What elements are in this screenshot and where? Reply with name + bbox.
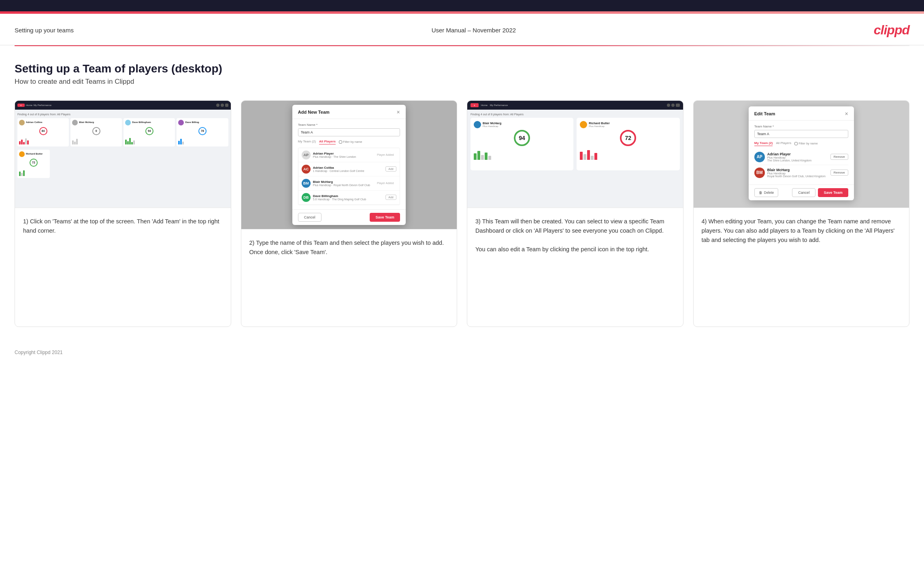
edit-field-label: Team Name * <box>754 125 848 128</box>
top-bar <box>0 0 924 11</box>
tab-all-players-edit[interactable]: All Players <box>776 141 791 146</box>
player-name: Dave Billingham <box>313 194 383 198</box>
filter-by-name: Filter by name <box>339 140 362 144</box>
ss1-player-3: Dave Billingham 94 <box>123 118 175 146</box>
page-footer: Copyright Clippd 2021 <box>0 343 924 362</box>
avatar: BM <box>754 168 765 178</box>
ss3-body: Finding 4 out of 8 players from: All Pla… <box>467 110 683 174</box>
modal-title: Add New Team <box>298 110 330 115</box>
player-info: Adrian Coliba 1 Handicap · Central Londo… <box>313 166 383 172</box>
edit-modal-close-icon[interactable]: × <box>845 110 848 117</box>
list-item: DB Dave Billingham 5.6 Handicap · The Di… <box>298 191 400 205</box>
modal-close-icon[interactable]: × <box>397 109 400 115</box>
edit-modal-title: Edit Team <box>754 111 775 116</box>
card-4-text: 4) When editing your Team, you can chang… <box>694 208 909 327</box>
list-item: BM Blair McHarg Plus Handicap · Royal No… <box>298 176 400 191</box>
card-4: Edit Team × Team Name * My Team (2) All … <box>693 100 910 327</box>
modal-field-label: Team Name * <box>298 123 400 127</box>
header-section-label: Setting up your teams <box>15 27 74 34</box>
screenshot-1: c Home My Performance Finding 4 out of 8… <box>15 101 231 208</box>
edit-team-modal: Edit Team × Team Name * My Team (2) All … <box>749 106 854 200</box>
edit-modal-tabs: My Team (2) All Players Filter by name <box>754 141 848 146</box>
delete-team-button[interactable]: 🗑 Delete <box>754 188 779 197</box>
save-team-button[interactable]: Save Team <box>370 213 400 222</box>
screenshot-2: Add New Team × Team Name * My Team (2) A… <box>241 101 457 229</box>
score-circle: 94 <box>514 130 530 146</box>
remove-player-button[interactable]: Remove <box>830 170 848 176</box>
ss1-label: Finding 4 out of 8 players from: All Pla… <box>17 112 228 117</box>
card-3: c Home My Performance Finding 4 out of 8… <box>467 100 683 327</box>
player-info: Blair McHarg Plus Handicap · Royal North… <box>313 180 372 187</box>
avatar: AC <box>302 165 311 174</box>
save-team-button[interactable]: Save Team <box>818 188 848 197</box>
ss3-bars <box>474 148 570 160</box>
modal-body: Team Name * My Team (2) All Players Filt… <box>292 119 406 209</box>
card-1-text: 1) Click on 'Teams' at the top of the sc… <box>15 208 231 327</box>
filter-checkbox[interactable] <box>339 140 342 144</box>
avatar: DB <box>302 193 311 202</box>
player-name: Blair McHarg <box>313 180 372 184</box>
page-subtitle: How to create and edit Teams in Clippd <box>15 78 909 86</box>
list-item: AP Adrian Player Plus HandicapThe Shire … <box>754 149 848 165</box>
page-content: Setting up a Team of players (desktop) H… <box>0 46 924 343</box>
ss1-player-1: Adrian Collins 84 <box>17 118 69 146</box>
tab-all-players[interactable]: All Players <box>319 140 336 144</box>
player-added-label: Player Added <box>375 153 396 157</box>
cards-row: c Home My Performance Finding 4 out of 8… <box>15 100 909 327</box>
player-info: Adrian Player Plus HandicapThe Shire Lon… <box>767 152 828 162</box>
modal-header: Add New Team × <box>292 105 406 119</box>
player-name: Adrian Player <box>767 152 828 156</box>
ss1-player-4: Dave Billing 78 <box>177 118 228 146</box>
tab-my-team-edit[interactable]: My Team (2) <box>754 141 773 146</box>
screenshot-4: Edit Team × Team Name * My Team (2) All … <box>694 101 909 208</box>
edit-modal-header: Edit Team × <box>749 106 854 121</box>
player-detail: 1 Handicap · Central London Golf Centre <box>313 170 383 172</box>
player-info: Dave Billingham 5.6 Handicap · The Ding … <box>313 194 383 201</box>
ss1-body: Finding 4 out of 8 players from: All Pla… <box>15 110 231 208</box>
card-2-text: 2) Type the name of this Team and then s… <box>241 229 457 327</box>
card-3-text: 3) This Team will then be created. You c… <box>467 208 683 327</box>
cancel-button[interactable]: Cancel <box>298 213 321 222</box>
trash-icon: 🗑 <box>759 191 762 195</box>
player-info: Adrian Player Plus Handicap · The Shire … <box>313 152 372 158</box>
ss3-player-1: Blair McHarg Plus Handicap 94 <box>471 118 573 170</box>
player-added-label: Player Added <box>375 181 396 185</box>
logo: clippd <box>874 23 909 38</box>
edit-team-name-input[interactable] <box>754 130 848 138</box>
ss1-players-row: Adrian Collins 84 <box>17 118 228 146</box>
player-detail: Plus HandicapRoyal North Devon Golf Club… <box>767 172 828 178</box>
add-player-button[interactable]: Add <box>385 195 396 200</box>
modal-tabs: My Team (2) All Players Filter by name <box>298 140 400 144</box>
ss1-nav: c Home My Performance <box>15 101 231 110</box>
player-detail: 5.6 Handicap · The Ding Maping Golf Club <box>313 198 383 201</box>
ss3-bars-2 <box>580 148 676 160</box>
edit-cancel-button[interactable]: Cancel <box>792 188 815 197</box>
page-title: Setting up a Team of players (desktop) <box>15 62 909 75</box>
add-team-modal: Add New Team × Team Name * My Team (2) A… <box>292 105 406 225</box>
avatar: AP <box>754 152 765 162</box>
tab-my-team[interactable]: My Team (2) <box>298 140 316 144</box>
remove-player-button[interactable]: Remove <box>830 154 848 160</box>
avatar: BM <box>302 179 311 188</box>
header: Setting up your teams User Manual – Nove… <box>0 14 924 45</box>
player-name: Adrian Coliba <box>313 166 383 170</box>
modal-player-list: AP Adrian Player Plus Handicap · The Shi… <box>298 148 400 205</box>
modal-footer: Cancel Save Team <box>292 209 406 225</box>
ss3-player-2: Richard Butler Plus Handicap 72 <box>577 118 679 170</box>
player-detail: Plus Handicap · The Shire London <box>313 155 372 158</box>
add-player-button[interactable]: Add <box>385 166 396 172</box>
player-name: Blair McHarg <box>767 168 828 172</box>
team-name-input[interactable] <box>298 128 400 136</box>
ss1-player-2: Blair McHarg 0 <box>70 118 122 146</box>
edit-modal-footer: 🗑 Delete Cancel Save Team <box>749 185 854 200</box>
score-circle: 72 <box>620 130 636 146</box>
player-detail: Plus HandicapThe Shire London, United Ki… <box>767 156 828 162</box>
list-item: AP Adrian Player Plus Handicap · The Shi… <box>298 148 400 162</box>
ss3-label: Finding 4 out of 8 players from: All Pla… <box>471 113 680 116</box>
edit-modal-body: Team Name * My Team (2) All Players Filt… <box>749 121 854 185</box>
edit-footer-actions: Cancel Save Team <box>792 188 848 197</box>
filter-checkbox-edit[interactable] <box>794 142 798 145</box>
list-item: AC Adrian Coliba 1 Handicap · Central Lo… <box>298 162 400 176</box>
player-detail: Plus Handicap · Royal North Devon Golf C… <box>313 184 372 187</box>
ss3-nav: c Home My Performance <box>467 101 683 110</box>
